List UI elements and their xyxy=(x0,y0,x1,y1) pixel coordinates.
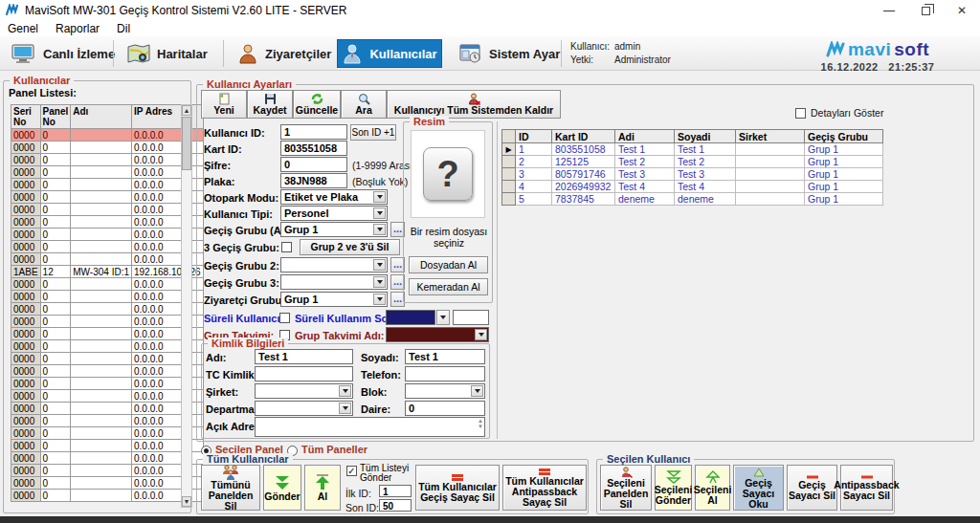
table-row[interactable]: 000000.0.0.0 xyxy=(11,129,204,142)
kullaniciyi-kaldir-button[interactable]: Kullanıcıyı Tüm Sistemden Kaldır xyxy=(387,90,561,119)
scroll-up-icon[interactable]: ▲ xyxy=(182,105,191,116)
table-row[interactable]: 000000.0.0.0 xyxy=(11,403,204,415)
detaylari-goster-checkbox[interactable] xyxy=(795,108,806,119)
dosyadan-al-button[interactable]: Dosyadan Al xyxy=(409,256,488,273)
table-row[interactable]: 000000.0.0.0 xyxy=(11,465,204,477)
table-row[interactable]: 000000.0.0.0 xyxy=(11,229,204,241)
telefon-input[interactable] xyxy=(405,366,485,381)
table-row[interactable]: 57837845denemedenemeGrup 1 xyxy=(502,193,883,206)
table-row[interactable]: 000000.0.0.0 xyxy=(11,365,204,378)
tum-listeyi-gonder-checkbox[interactable]: ✓ xyxy=(346,466,357,476)
kaydet-button[interactable]: Kaydet xyxy=(247,90,293,119)
antipassback-sayaci-sil-button[interactable]: Antipassback Sayacı Sil xyxy=(840,465,893,511)
sureli-kullanici-checkbox[interactable] xyxy=(279,313,290,323)
yeni-button[interactable]: Yeni xyxy=(201,90,247,119)
departman-select[interactable] xyxy=(255,401,353,416)
chevron-down-icon[interactable] xyxy=(373,207,386,219)
table-row[interactable]: 000000.0.0.0 xyxy=(11,353,204,365)
table-row[interactable]: 000000.0.0.0 xyxy=(11,142,204,154)
otopark-modu-select[interactable]: Etiket ve Plaka xyxy=(280,189,388,205)
chevron-down-icon[interactable] xyxy=(373,224,386,235)
table-row[interactable]: 3805791746Test 3Test 3Grup 1 xyxy=(502,168,883,181)
textarea-scroll-icons[interactable]: ▲▼ xyxy=(478,418,483,429)
chevron-down-icon[interactable] xyxy=(373,191,386,203)
grup-takvimi-adi-select[interactable] xyxy=(386,327,489,342)
daire-input[interactable]: 0 xyxy=(405,401,485,416)
table-row[interactable]: 000000.0.0.0 xyxy=(11,440,204,452)
sifre-input[interactable]: 0 xyxy=(280,157,347,172)
nav-sistem-ayar-button[interactable]: Sistem Ayar xyxy=(454,39,566,68)
table-row[interactable]: 000000.0.0.0 xyxy=(11,316,204,328)
chevron-down-icon[interactable] xyxy=(373,276,386,288)
kart-id-input[interactable]: 803551058 xyxy=(280,141,347,156)
tc-kimlik-input[interactable] xyxy=(255,366,353,381)
table-row[interactable]: 2125125Test 2Test 2Grup 1 xyxy=(502,156,883,168)
sirket-select[interactable] xyxy=(255,383,353,399)
table-row[interactable]: 1ABE12MW-304 ID:1192.168.10.226 xyxy=(11,266,204,278)
ilk-id-input[interactable]: 1 xyxy=(379,485,412,497)
guncelle-button[interactable]: Güncelle xyxy=(293,90,341,119)
menu-dil[interactable]: Dil xyxy=(117,22,130,35)
nav-kullanicilar-button[interactable]: Kullanıcılar xyxy=(337,39,442,68)
blok-select[interactable] xyxy=(405,383,485,399)
table-row[interactable]: 000000.0.0.0 xyxy=(11,253,204,266)
table-row[interactable]: 000000.0.0.0 xyxy=(11,216,204,229)
chevron-down-icon[interactable] xyxy=(339,385,351,397)
scroll-thumb[interactable] xyxy=(182,117,191,170)
tum-antipassback-sayac-sil-button[interactable]: Tüm Kullanıcılar Antipassback Sayaç Sil xyxy=(502,465,587,511)
uc-gecis-grubu-checkbox[interactable] xyxy=(281,242,292,252)
nav-canli-izleme-button[interactable]: Canlı İzleme xyxy=(6,39,121,68)
ara-button[interactable]: Ara xyxy=(341,90,387,119)
secileni-al-button[interactable]: Seçileni Al xyxy=(695,465,730,511)
plaka-input[interactable]: 38JN988 xyxy=(280,173,347,188)
kameradan-al-button[interactable]: Kemeradan Al xyxy=(409,278,488,295)
table-row[interactable]: 000000.0.0.0 xyxy=(11,490,204,502)
gecis-sayaci-oku-button[interactable]: Geçiş Sayacı Oku xyxy=(733,465,784,511)
table-row[interactable]: 000000.0.0.0 xyxy=(11,278,204,291)
nav-ziyaretciler-button[interactable]: Ziyaretçiler xyxy=(232,39,337,68)
table-row[interactable]: 000000.0.0.0 xyxy=(11,415,204,427)
table-row[interactable]: 000000.0.0.0 xyxy=(11,390,204,403)
users-table[interactable]: IDKart IDAdiSoyadiSirketGeçiş Grubu▶1803… xyxy=(501,129,883,206)
grup23-sil-button[interactable]: Grup 2 ve 3'ü Sil xyxy=(300,239,400,255)
gecis-grubu2-select[interactable] xyxy=(280,257,388,272)
table-row[interactable]: 000000.0.0.0 xyxy=(11,154,204,166)
scroll-down-icon[interactable]: ▼ xyxy=(182,496,191,507)
nav-haritalar-button[interactable]: Haritalar xyxy=(122,39,213,68)
al-button[interactable]: Al xyxy=(304,465,341,511)
panel-list-scrollbar[interactable]: ▲ ▼ xyxy=(181,104,192,508)
adi-input[interactable]: Test 1 xyxy=(255,349,353,364)
gecis-sayaci-sil-button[interactable]: Geçiş Sayacı Sil xyxy=(787,465,837,511)
chevron-down-icon[interactable] xyxy=(339,403,351,414)
table-row[interactable]: 000000.0.0.0 xyxy=(11,241,204,253)
table-row[interactable]: 000000.0.0.0 xyxy=(11,303,204,316)
ziyaretci-grubu-select[interactable]: Grup 1 xyxy=(280,292,388,307)
acik-adres-textarea[interactable] xyxy=(255,417,485,437)
minimize-icon[interactable]: — xyxy=(871,0,907,21)
chevron-down-icon[interactable] xyxy=(373,259,386,271)
kullanici-id-input[interactable]: 1 xyxy=(280,124,347,140)
son-id-button[interactable]: Son ID +1 xyxy=(350,124,396,141)
table-row[interactable]: 000000.0.0.0 xyxy=(11,191,204,204)
tum-gecis-sayac-sil-button[interactable]: Tüm Kullanıcılar Geçiş Sayaç Sil xyxy=(415,465,500,511)
kullanici-tipi-select[interactable]: Personel xyxy=(280,206,388,221)
soyadi-input[interactable]: Test 1 xyxy=(405,349,485,364)
table-row[interactable]: 000000.0.0.0 xyxy=(11,427,204,440)
table-row[interactable]: 000000.0.0.0 xyxy=(11,477,204,490)
menu-genel[interactable]: Genel xyxy=(8,22,38,35)
table-row[interactable]: 000000.0.0.0 xyxy=(11,204,204,216)
son-id-input[interactable]: 50 xyxy=(379,499,412,512)
gonder-button[interactable]: Gönder xyxy=(263,465,301,511)
sureli-kullanim-sonu-time-input[interactable] xyxy=(453,310,489,325)
secileni-panelden-sil-button[interactable]: Seçileni Panelden Sil xyxy=(600,465,652,511)
table-row[interactable]: 000000.0.0.0 xyxy=(11,340,204,353)
table-row[interactable]: 000000.0.0.0 xyxy=(11,328,204,340)
gecis-grubu3-select[interactable] xyxy=(280,274,388,290)
table-row[interactable]: 000000.0.0.0 xyxy=(11,291,204,303)
secileni-gonder-button[interactable]: Seçileni Gönder xyxy=(655,465,692,511)
chevron-down-icon[interactable] xyxy=(373,294,386,305)
restore-icon[interactable] xyxy=(907,0,944,21)
sureli-date-dropdown-button[interactable] xyxy=(436,310,450,325)
chevron-down-icon[interactable] xyxy=(475,329,487,340)
menu-raporlar[interactable]: Raporlar xyxy=(56,22,100,35)
